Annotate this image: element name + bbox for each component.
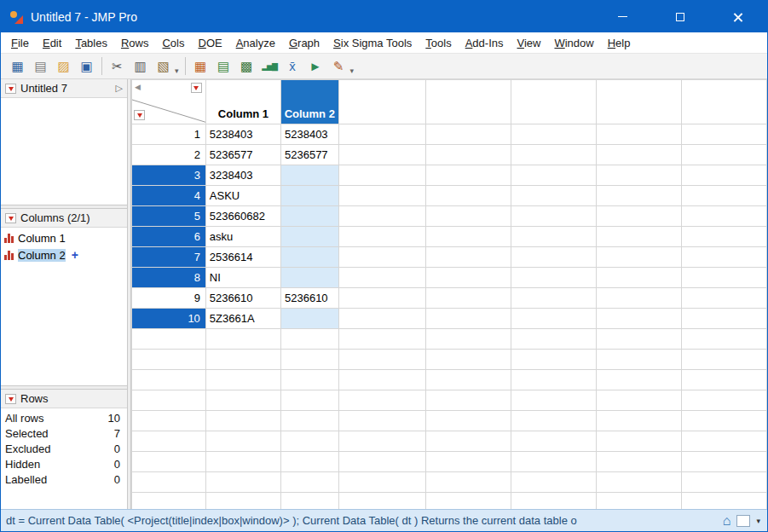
stat-label: Labelled bbox=[5, 473, 47, 486]
empty-cell bbox=[338, 206, 426, 227]
close-button[interactable] bbox=[709, 1, 767, 32]
data-cell-column2[interactable] bbox=[280, 309, 338, 329]
row-number-cell[interactable]: 10 bbox=[132, 309, 206, 329]
rows-menu-icon[interactable] bbox=[5, 394, 16, 404]
toolbar-separator bbox=[185, 57, 186, 75]
minimize-icon bbox=[618, 16, 627, 17]
empty-cell bbox=[681, 350, 766, 370]
data-cell-column2[interactable] bbox=[280, 186, 338, 206]
empty-table-row bbox=[132, 350, 767, 370]
minimize-button[interactable] bbox=[593, 1, 651, 32]
row-number-cell[interactable]: 9 bbox=[132, 288, 206, 309]
table-row: 33238403 bbox=[132, 165, 767, 186]
columns-list: Column 1Column 2+ bbox=[1, 228, 127, 385]
row-number-cell[interactable]: 8 bbox=[132, 268, 206, 288]
journal-icon[interactable]: ▤ bbox=[212, 56, 235, 77]
rows-panel: Rows All rows10Selected7Excluded0Hidden0… bbox=[1, 390, 127, 509]
empty-cell bbox=[597, 390, 682, 411]
empty-cell bbox=[511, 124, 597, 145]
menu-item-add-ins[interactable]: Add-Ins bbox=[459, 35, 511, 51]
data-cell-column2[interactable]: 5236577 bbox=[280, 145, 338, 165]
data-cell-column2[interactable] bbox=[280, 247, 338, 268]
split-layout-icon[interactable]: ▩ bbox=[235, 56, 258, 77]
row-number-cell[interactable]: 1 bbox=[132, 124, 206, 145]
save-icon[interactable]: ▣ bbox=[75, 56, 98, 77]
data-cell-column1[interactable]: 5236610 bbox=[205, 288, 280, 309]
empty-cell bbox=[280, 390, 338, 411]
menu-item-cols[interactable]: Cols bbox=[155, 35, 191, 51]
menu-item-edit[interactable]: Edit bbox=[36, 35, 68, 51]
columns-menu-icon[interactable] bbox=[5, 213, 16, 223]
empty-cell bbox=[426, 411, 511, 431]
empty-cell bbox=[511, 247, 597, 268]
new-journal-icon[interactable]: ▤ bbox=[29, 56, 52, 77]
menu-item-analyze[interactable]: Analyze bbox=[229, 35, 282, 51]
cut-icon[interactable]: ✂ bbox=[106, 56, 129, 77]
row-number-cell[interactable]: 3 bbox=[132, 165, 206, 186]
data-cell-column1[interactable]: NI bbox=[205, 268, 280, 288]
data-cell-column1[interactable]: 5Z3661A bbox=[205, 309, 280, 329]
home-icon[interactable]: ⌂ bbox=[723, 514, 731, 528]
script-editor-icon[interactable]: ✎ bbox=[327, 56, 350, 77]
menu-item-view[interactable]: View bbox=[511, 35, 548, 51]
maximize-button[interactable] bbox=[651, 1, 709, 32]
menu-item-tables[interactable]: Tables bbox=[68, 35, 114, 51]
control-chart-icon[interactable]: x̄ bbox=[281, 56, 304, 77]
data-cell-column1[interactable]: asku bbox=[205, 227, 280, 247]
menu-item-file[interactable]: File bbox=[4, 35, 36, 51]
row-number-cell[interactable]: 5 bbox=[132, 206, 206, 227]
empty-table-row bbox=[132, 452, 767, 472]
column-list-item[interactable]: Column 2+ bbox=[1, 246, 127, 263]
menu-item-tools[interactable]: Tools bbox=[419, 35, 458, 51]
menu-item-six-sigma-tools[interactable]: Six Sigma Tools bbox=[326, 35, 419, 51]
menu-item-doe[interactable]: DOE bbox=[191, 35, 228, 51]
data-cell-column1[interactable]: 3238403 bbox=[205, 165, 280, 186]
column-list-item[interactable]: Column 1 bbox=[1, 229, 127, 246]
empty-cell bbox=[597, 145, 682, 165]
open-icon[interactable]: ▨ bbox=[52, 56, 75, 77]
title-bar[interactable]: Untitled 7 - JMP Pro bbox=[1, 1, 767, 32]
data-cell-column2[interactable] bbox=[280, 165, 338, 186]
menu-item-help[interactable]: Help bbox=[601, 35, 638, 51]
empty-cell bbox=[511, 493, 597, 510]
empty-cell bbox=[597, 165, 682, 186]
row-number-cell[interactable]: 2 bbox=[132, 145, 206, 165]
expand-panel-icon[interactable]: ▷ bbox=[116, 83, 123, 94]
data-cell-column1[interactable]: 523660682 bbox=[205, 206, 280, 227]
bar-graph-icon[interactable]: ▂▅▇ bbox=[258, 56, 281, 77]
row-number-cell[interactable]: 7 bbox=[132, 247, 206, 268]
status-dropdown-box[interactable] bbox=[736, 515, 750, 527]
data-cell-column2[interactable] bbox=[280, 206, 338, 227]
data-cell-column2[interactable]: 5238403 bbox=[280, 124, 338, 145]
stat-value: 0 bbox=[114, 442, 120, 455]
add-column-icon[interactable]: + bbox=[72, 249, 78, 261]
toolbar-overflow-icon[interactable]: ▾ bbox=[350, 66, 355, 75]
new-data-table-icon[interactable]: ▦ bbox=[6, 56, 29, 77]
data-cell-column2[interactable]: 5236610 bbox=[280, 288, 338, 309]
run-script-icon[interactable]: ► bbox=[304, 56, 327, 77]
dropdown-caret-icon[interactable]: ▾ bbox=[756, 517, 760, 525]
empty-cell bbox=[338, 350, 426, 370]
menu-item-graph[interactable]: Graph bbox=[282, 35, 326, 51]
row-number-cell[interactable]: 4 bbox=[132, 186, 206, 206]
paste-icon[interactable]: ▧ bbox=[152, 56, 175, 77]
data-cell-column1[interactable]: 5238403 bbox=[205, 124, 280, 145]
empty-cell bbox=[597, 411, 682, 431]
data-cell-column1[interactable]: 5236577 bbox=[205, 145, 280, 165]
data-table-icon[interactable]: ▦ bbox=[189, 56, 212, 77]
menu-item-rows[interactable]: Rows bbox=[114, 35, 156, 51]
table-menu-icon[interactable] bbox=[5, 84, 16, 94]
rows-dropdown-icon[interactable] bbox=[134, 110, 145, 120]
data-cell-column1[interactable]: ASKU bbox=[205, 186, 280, 206]
column2-header[interactable]: Column 2 bbox=[280, 80, 338, 124]
column1-header[interactable]: Column 1 bbox=[205, 80, 280, 124]
copy-icon[interactable]: ▥ bbox=[129, 56, 152, 77]
menu-item-window[interactable]: Window bbox=[547, 35, 600, 51]
columns-dropdown-icon[interactable] bbox=[191, 83, 202, 93]
data-cell-column2[interactable] bbox=[280, 268, 338, 288]
data-cell-column1[interactable]: 2536614 bbox=[205, 247, 280, 268]
data-cell-column2[interactable] bbox=[280, 227, 338, 247]
toolbar-overflow-icon[interactable]: ▾ bbox=[175, 66, 179, 75]
collapse-panel-icon[interactable]: ◀ bbox=[135, 83, 141, 91]
row-number-cell[interactable]: 6 bbox=[132, 227, 206, 247]
